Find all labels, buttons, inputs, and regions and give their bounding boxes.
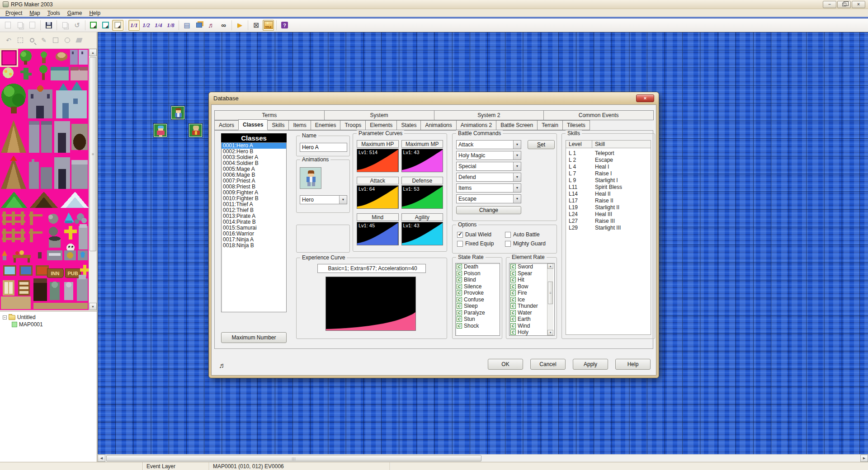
- zoom-1-4-button[interactable]: 1/4: [153, 20, 164, 31]
- zoom-1-1-button[interactable]: 1/1: [128, 20, 140, 31]
- save-button[interactable]: [43, 20, 54, 31]
- map-scrollbar-thumb[interactable]: |||: [106, 455, 481, 461]
- battle-command-select[interactable]: Special ▼: [456, 162, 521, 171]
- fill-tool-icon[interactable]: [75, 36, 83, 44]
- state-rate-item[interactable]: C Silence: [456, 283, 500, 290]
- map-event-girl[interactable]: [154, 124, 167, 137]
- tab-lower[interactable]: Tilesets: [562, 120, 590, 130]
- set-button[interactable]: Set: [528, 140, 555, 149]
- rectangle-tool-icon[interactable]: [52, 36, 60, 44]
- parameter-curve-chart[interactable]: Lv1: 64: [357, 185, 399, 209]
- state-rate-item[interactable]: C Shock: [456, 323, 500, 329]
- skill-row[interactable]: L 9 Starlight I: [566, 177, 651, 184]
- parameter-curve-chart[interactable]: Lv1: 53: [401, 185, 443, 209]
- menu-item[interactable]: Tools: [44, 9, 64, 17]
- parameter-curve-chart[interactable]: Lv1: 514: [357, 149, 399, 172]
- state-rate-item[interactable]: C Confuse: [456, 296, 500, 303]
- lower-layer-button[interactable]: [88, 20, 99, 31]
- tab-lower[interactable]: Animations: [420, 120, 456, 130]
- zoom-tool-icon[interactable]: [28, 36, 36, 44]
- parameter-curve[interactable]: Attack Lv1: 64: [357, 177, 399, 209]
- skill-row[interactable]: L 2 Escape: [566, 157, 651, 164]
- skill-row[interactable]: L24 Heal III: [566, 211, 651, 218]
- search-button[interactable]: ∞: [218, 20, 229, 31]
- tab-lower[interactable]: Enemies: [311, 120, 341, 130]
- copy-map-button[interactable]: [59, 20, 71, 31]
- tree-item-project[interactable]: − Untitled: [1, 314, 96, 321]
- show-title-button[interactable]: TITLE: [263, 20, 274, 31]
- map-event-knight[interactable]: [189, 124, 202, 137]
- parameter-curve-chart[interactable]: Lv1: 43: [401, 149, 443, 172]
- map-scrollbar-horizontal[interactable]: ◀ ||| ▶: [98, 454, 868, 462]
- scroll-down-icon[interactable]: ▼: [547, 330, 553, 335]
- menu-item[interactable]: Project: [2, 9, 26, 17]
- test-play-button[interactable]: ▶: [234, 20, 245, 31]
- dialog-button[interactable]: Help: [615, 359, 651, 370]
- skill-row[interactable]: L17 Raise II: [566, 197, 651, 204]
- pen-tool-icon[interactable]: ✎: [40, 36, 48, 44]
- skill-row[interactable]: L 1 Teleport: [566, 150, 651, 157]
- battle-command-select[interactable]: Escape ▼: [456, 194, 521, 203]
- database-button[interactable]: ▤: [181, 20, 193, 31]
- dialog-button[interactable]: Cancel: [530, 359, 566, 370]
- menu-item[interactable]: Game: [64, 9, 86, 17]
- state-rate-item[interactable]: C Poison: [456, 270, 500, 277]
- dialog-button[interactable]: Apply: [573, 359, 608, 370]
- animation-select[interactable]: Hero ▼: [300, 195, 347, 204]
- menu-item[interactable]: Help: [85, 9, 104, 17]
- tab-lower[interactable]: Animations 2: [456, 120, 496, 130]
- dropdown-arrow-icon[interactable]: ▼: [513, 141, 521, 149]
- close-project-button[interactable]: [27, 20, 38, 31]
- checkbox-icon[interactable]: ✓: [505, 232, 511, 238]
- tab-upper[interactable]: System: [324, 110, 434, 120]
- scroll-right-icon[interactable]: ▶: [860, 455, 868, 462]
- dropdown-arrow-icon[interactable]: ▼: [513, 162, 521, 170]
- state-rate-item[interactable]: C Paralyze: [456, 310, 500, 316]
- state-rate-item[interactable]: C Provoke: [456, 290, 500, 296]
- dropdown-arrow-icon[interactable]: ▼: [513, 195, 521, 203]
- menu-item[interactable]: Map: [26, 9, 43, 17]
- resource-manager-button[interactable]: [193, 20, 205, 31]
- open-project-button[interactable]: [14, 20, 26, 31]
- upper-layer-button[interactable]: [100, 20, 111, 31]
- revert-button[interactable]: ↺: [71, 20, 83, 31]
- state-rate-item[interactable]: C Stun: [456, 316, 500, 323]
- change-button[interactable]: Change: [456, 206, 521, 214]
- element-scrollbar-thumb[interactable]: ≡: [548, 282, 553, 304]
- parameter-curve[interactable]: Mind Lv1: 45: [357, 213, 399, 245]
- parameter-curve[interactable]: Agility Lv1: 43: [401, 213, 443, 245]
- tileset-palette[interactable]: INN PUB: [0, 49, 89, 310]
- tab-lower[interactable]: Elements: [365, 120, 397, 130]
- parameter-curve-chart[interactable]: Lv1: 43: [401, 222, 443, 245]
- fullscreen-button[interactable]: ⊠: [250, 20, 262, 31]
- tab-lower[interactable]: Troops: [340, 120, 366, 130]
- skill-row[interactable]: L19 Starlight II: [566, 204, 651, 211]
- new-project-button[interactable]: [2, 20, 14, 31]
- battle-command-select[interactable]: Attack ▼: [456, 140, 521, 149]
- close-button[interactable]: ×: [852, 1, 865, 8]
- tab-lower[interactable]: Skills: [267, 120, 289, 130]
- dropdown-arrow-icon[interactable]: ▼: [513, 151, 521, 160]
- classes-list[interactable]: 0001:Hero A0002:Hero B0003:Soldier A0004…: [221, 142, 287, 312]
- zoom-1-8-button[interactable]: 1/8: [165, 20, 176, 31]
- tab-lower[interactable]: States: [396, 120, 421, 130]
- dialog-button[interactable]: OK: [488, 359, 523, 370]
- checkbox-icon[interactable]: ✓: [457, 232, 463, 238]
- tab-lower[interactable]: Classes: [238, 119, 268, 130]
- restore-button[interactable]: [837, 1, 851, 8]
- music-button[interactable]: ♬: [206, 20, 217, 31]
- checkbox-icon[interactable]: ✓: [457, 241, 463, 247]
- parameter-curve[interactable]: Defense Lv1: 53: [401, 177, 443, 209]
- state-rate-list[interactable]: C Death C Poison C Blind: [455, 263, 500, 336]
- tree-collapse-icon[interactable]: −: [3, 315, 7, 320]
- battle-command-select[interactable]: Holy Magic ▼: [456, 151, 521, 160]
- tree-item-map[interactable]: MAP0001: [1, 321, 96, 328]
- dropdown-arrow-icon[interactable]: ▼: [339, 196, 347, 204]
- class-name-input[interactable]: [300, 143, 347, 152]
- skill-row[interactable]: L27 Raise III: [566, 218, 651, 225]
- dropdown-arrow-icon[interactable]: ▼: [513, 184, 521, 192]
- option-checkbox[interactable]: ✓ Mighty Guard: [505, 240, 546, 247]
- option-checkbox[interactable]: ✓ Fixed Equip: [457, 240, 494, 247]
- select-tool-icon[interactable]: [16, 36, 24, 44]
- palette-scrollbar-thumb[interactable]: ≡: [90, 57, 96, 251]
